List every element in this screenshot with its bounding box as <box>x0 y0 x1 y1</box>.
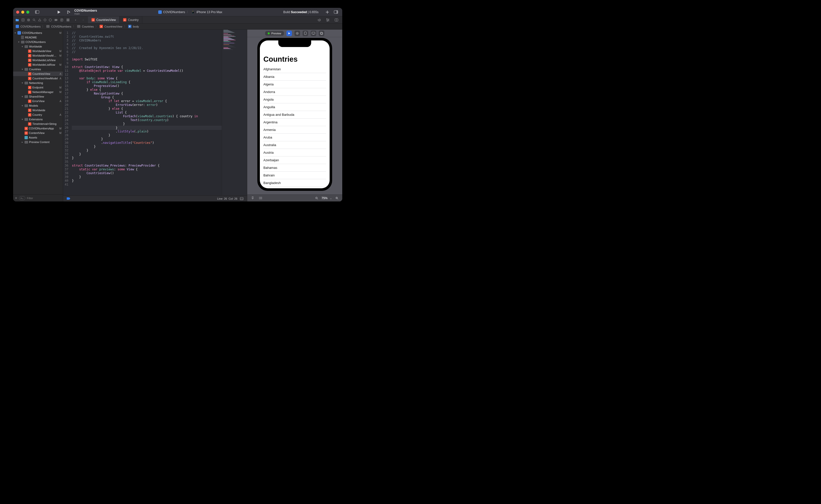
device-settings-button[interactable] <box>303 31 308 36</box>
pin-preview-button[interactable] <box>250 195 255 201</box>
code-review-button[interactable] <box>316 17 322 23</box>
preview-list-row[interactable]: Bahrain <box>263 172 326 179</box>
tree-node[interactable]: ⟑ErrorViewA <box>13 99 63 103</box>
zoom-in-button[interactable] <box>334 195 340 201</box>
tree-node[interactable]: ⟑NetworkManagerM <box>13 90 63 94</box>
tree-node[interactable]: ⟑COVIDNumbersAppM <box>13 126 63 131</box>
preview-list-row[interactable]: Australia <box>263 141 326 149</box>
preview-canvas[interactable]: Countries AfghanistanAlbaniaAlgeriaAndor… <box>247 37 342 194</box>
preview-list-row[interactable]: Albania <box>263 73 326 81</box>
tree-node[interactable]: ▾Models <box>13 103 63 108</box>
tree-node[interactable]: ⟑Worldwide <box>13 108 63 112</box>
run-button[interactable] <box>56 9 62 15</box>
preview-list-row[interactable]: Anguilla <box>263 103 326 111</box>
preview-list-row[interactable]: Antigua and Barbuda <box>263 111 326 119</box>
disclosure-triangle[interactable]: ▸ <box>21 141 24 143</box>
close-window-button[interactable] <box>16 11 19 14</box>
disclosure-triangle[interactable]: ▾ <box>21 45 24 48</box>
toggle-inspector-button[interactable] <box>333 9 339 15</box>
disclosure-triangle[interactable]: ▾ <box>21 104 24 107</box>
preview-list-row[interactable]: Bahamas <box>263 164 326 172</box>
preview-list-row[interactable]: Azerbaijan <box>263 156 326 164</box>
project-navigator-tab[interactable] <box>16 17 19 23</box>
live-preview-button[interactable] <box>286 31 292 36</box>
source-control-navigator-tab[interactable] <box>21 17 25 23</box>
line-gutter[interactable]: 1234567891011121314151617181920212223242… <box>63 30 70 195</box>
preview-list-row[interactable]: Algeria <box>263 81 326 88</box>
tree-node[interactable]: ▾COVIDNumbers <box>13 40 63 44</box>
adjust-editor-button[interactable] <box>325 17 331 23</box>
tree-node[interactable]: ⟑CountriesViewA <box>13 72 63 76</box>
disclosure-triangle[interactable]: ▾ <box>21 118 24 121</box>
related-items-button[interactable] <box>65 17 71 23</box>
code-area[interactable]: //// CountriesView.swift// COVIDNumbers/… <box>70 30 222 195</box>
disclosure-triangle[interactable]: ▾ <box>21 95 24 98</box>
go-back-button[interactable]: ‹ <box>73 17 78 23</box>
breakpoints-toggle-button[interactable] <box>66 196 71 201</box>
preview-list-row[interactable]: Afghanistan <box>263 65 326 73</box>
tree-node[interactable]: ▾Extensions <box>13 117 63 122</box>
zoom-out-button[interactable] <box>314 195 320 201</box>
tree-node[interactable]: ⟑WorldwideViewM <box>13 49 63 53</box>
branch-icon[interactable] <box>66 9 71 15</box>
find-navigator-tab[interactable] <box>33 17 36 23</box>
tree-node[interactable]: ⟑EndpointM <box>13 85 63 90</box>
disclosure-triangle[interactable]: ▾ <box>18 41 20 43</box>
inspect-preview-button[interactable] <box>294 31 300 36</box>
tree-node[interactable]: README <box>13 35 63 40</box>
minimize-window-button[interactable] <box>21 11 24 14</box>
go-forward-button[interactable]: › <box>80 17 86 23</box>
tree-node[interactable]: ⟑WorldwideListRowM <box>13 62 63 67</box>
tree-node[interactable]: ⟑CountriesViewModelA <box>13 76 63 81</box>
on-device-preview-button[interactable] <box>311 31 316 36</box>
tree-node[interactable]: ▾SharedView <box>13 94 63 99</box>
disclosure-triangle[interactable]: ▾ <box>21 82 24 84</box>
source-editor[interactable]: 1234567891011121314151617181920212223242… <box>63 30 222 195</box>
preview-list-row[interactable]: Argentina <box>263 119 326 126</box>
breakpoint-navigator-tab[interactable] <box>54 17 58 23</box>
tree-node[interactable]: ⟑CountryA <box>13 112 63 117</box>
jump-bar[interactable]: COVIDNumbers〉 COVIDNumbers〉 Countries〉 ⟑… <box>13 24 342 30</box>
project-navigator-tree[interactable]: ▾COVIDNumbersMREADME▾COVIDNumbers▾Worldw… <box>13 30 63 194</box>
tree-node[interactable]: ⟑ContentViewM <box>13 131 63 135</box>
disclosure-triangle[interactable]: ▾ <box>21 68 24 71</box>
tree-node[interactable]: ⟑WorldwideViewModelM <box>13 53 63 58</box>
debug-navigator-tab[interactable] <box>49 17 52 23</box>
toggle-debug-area-button[interactable] <box>239 196 244 201</box>
duplicate-preview-button[interactable] <box>319 31 324 36</box>
preview-list[interactable]: AfghanistanAlbaniaAlgeriaAndorraAngolaAn… <box>263 65 326 188</box>
project-branch-indicator[interactable]: COVIDNumbers main <box>74 9 97 15</box>
add-editor-button[interactable] <box>334 17 339 23</box>
issue-navigator-tab[interactable] <box>38 17 41 23</box>
tree-node[interactable]: ▸Preview Content <box>13 140 63 144</box>
add-file-button[interactable] <box>15 195 17 201</box>
tree-node[interactable]: ⟑WorldwideListView <box>13 58 63 62</box>
preview-list-row[interactable]: Austria <box>263 149 326 156</box>
zoom-window-button[interactable] <box>26 11 29 14</box>
symbol-navigator-tab[interactable] <box>27 17 30 23</box>
filter-scope-pill[interactable]: ≡⌄ <box>19 196 25 200</box>
filter-input[interactable] <box>27 197 62 200</box>
activity-viewer[interactable]: Build Succeeded | 0.655s <box>283 10 318 14</box>
tree-node[interactable]: ▾Worldwide <box>13 44 63 49</box>
preview-list-row[interactable]: Armenia <box>263 126 326 134</box>
preview-list-button[interactable] <box>258 195 263 201</box>
preview-status-pill[interactable]: Preview <box>265 31 284 36</box>
scheme-selector[interactable]: COVIDNumbers 〉 📱 iPhone 13 Pro Max <box>158 10 222 14</box>
tree-node[interactable]: Assets <box>13 135 63 140</box>
preview-list-row[interactable]: Andorra <box>263 88 326 96</box>
tree-node[interactable]: ▾Networking <box>13 81 63 85</box>
toggle-navigator-button[interactable] <box>34 9 40 15</box>
editor-tab[interactable]: ⟑Country <box>120 16 142 23</box>
add-button[interactable] <box>325 9 330 15</box>
test-navigator-tab[interactable] <box>44 17 46 23</box>
tree-node[interactable]: ⟑TimeInterval+String <box>13 122 63 126</box>
disclosure-triangle[interactable]: ▾ <box>14 32 16 34</box>
preview-list-row[interactable]: Bangladesh <box>263 179 326 187</box>
tree-node[interactable]: ▾Countries <box>13 67 63 72</box>
preview-list-row[interactable]: Barbados <box>263 187 326 188</box>
preview-list-row[interactable]: Aruba <box>263 134 326 141</box>
preview-list-row[interactable]: Angola <box>263 96 326 103</box>
editor-tab[interactable]: ⟑CountriesView <box>88 16 120 23</box>
tree-node[interactable]: ▾COVIDNumbersM <box>13 31 63 35</box>
